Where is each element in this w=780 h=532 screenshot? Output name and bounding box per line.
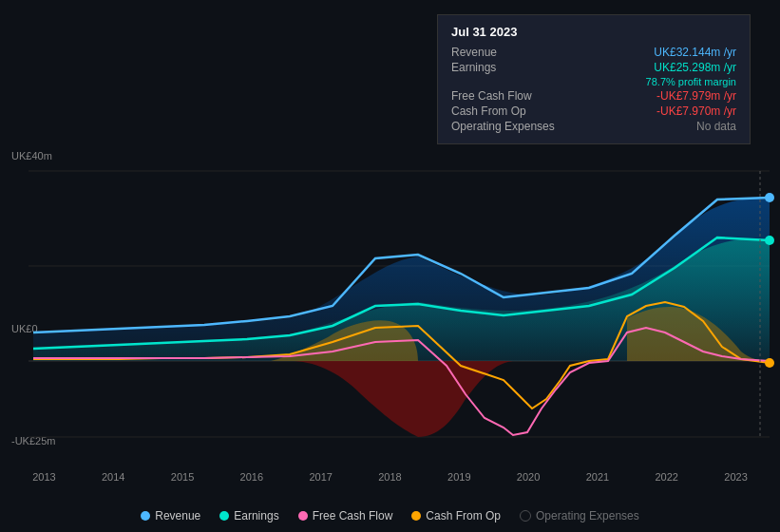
tooltip-row-revenue: Revenue UK£32.144m /yr	[451, 45, 736, 60]
tooltip-row-fcf: Free Cash Flow -UK£7.979m /yr	[451, 88, 736, 104]
tooltip-row-cfo: Cash From Op -UK£7.970m /yr	[451, 104, 736, 119]
x-label-2016: 2016	[240, 471, 263, 483]
tooltip-row-earnings: Earnings UK£25.298m /yr	[451, 60, 736, 75]
x-label-2017: 2017	[309, 471, 332, 483]
tooltip-row-opex: Operating Expenses No data	[451, 119, 736, 134]
legend-dot-revenue	[141, 511, 150, 521]
cfo-dot-2023	[765, 358, 774, 368]
chart-legend: Revenue Earnings Free Cash Flow Cash Fro…	[0, 509, 780, 522]
legend-label-fcf: Free Cash Flow	[313, 509, 393, 522]
x-label-2014: 2014	[102, 471, 124, 483]
x-label-2023: 2023	[724, 471, 747, 483]
legend-opex[interactable]: Operating Expenses	[520, 509, 639, 522]
tooltip: Jul 31 2023 Revenue UK£32.144m /yr Earni…	[437, 14, 751, 144]
legend-label-opex: Operating Expenses	[536, 509, 639, 522]
earnings-dot-2023	[765, 236, 774, 245]
x-label-2015: 2015	[171, 471, 194, 483]
legend-label-cfo: Cash From Op	[426, 509, 501, 522]
legend-dot-opex	[520, 510, 531, 522]
legend-label-earnings: Earnings	[234, 509, 278, 522]
revenue-dot-2023	[765, 193, 774, 202]
chart-svg	[0, 152, 780, 456]
x-label-2018: 2018	[378, 471, 401, 483]
x-label-2019: 2019	[447, 471, 470, 483]
x-label-2020: 2020	[517, 471, 540, 483]
legend-dot-earnings	[219, 511, 229, 521]
x-label-2022: 2022	[655, 471, 677, 483]
legend-revenue[interactable]: Revenue	[141, 509, 200, 522]
x-label-2021: 2021	[586, 471, 609, 483]
tooltip-title: Jul 31 2023	[451, 25, 736, 39]
legend-earnings[interactable]: Earnings	[219, 509, 278, 522]
legend-fcf[interactable]: Free Cash Flow	[298, 509, 393, 522]
tooltip-row-margin: 78.7% profit margin	[451, 75, 736, 88]
legend-dot-cfo	[411, 511, 421, 521]
x-label-2013: 2013	[32, 471, 55, 483]
legend-label-revenue: Revenue	[155, 509, 200, 522]
legend-cfo[interactable]: Cash From Op	[411, 509, 501, 522]
legend-dot-fcf	[298, 511, 308, 521]
x-axis-labels: 2013 2014 2015 2016 2017 2018 2019 2020 …	[0, 471, 780, 483]
